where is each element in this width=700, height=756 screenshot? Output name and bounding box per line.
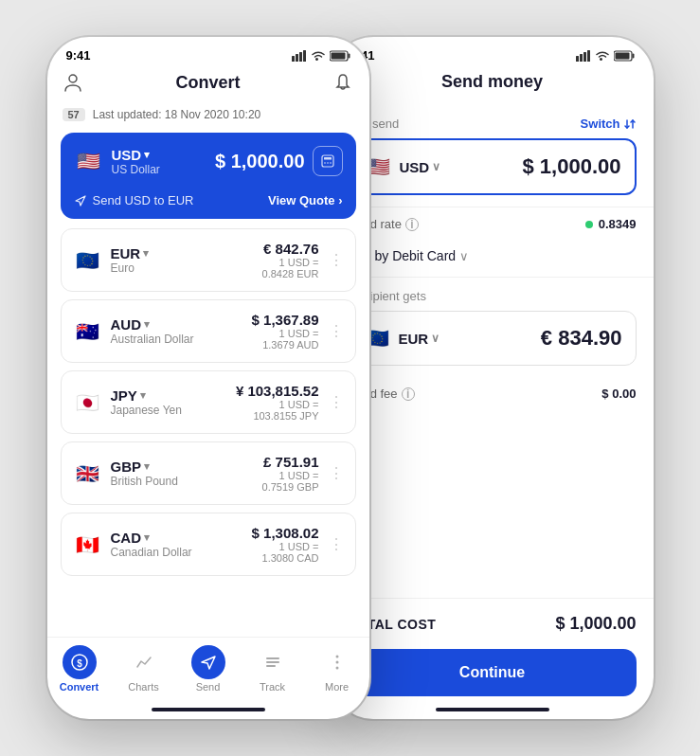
tab-send-label: Send	[196, 681, 221, 693]
send-rate-value: 0.8349	[585, 217, 637, 231]
nav-title-1: Convert	[175, 73, 240, 93]
tab-more[interactable]: More	[309, 645, 366, 693]
aud-code[interactable]: AUD ▾	[111, 316, 194, 333]
jpy-rate: 1 USD =103.8155 JPY	[236, 399, 319, 422]
cad-name: Canadian Dollar	[111, 546, 192, 559]
signal-icon-2	[576, 50, 591, 62]
svg-rect-17	[266, 665, 276, 667]
active-currency-card[interactable]: 🇺🇸 USD ▾ US Dollar $ 1,000.00	[61, 133, 356, 219]
switch-btn[interactable]: Switch	[581, 117, 637, 131]
eur-amount: € 842.76	[262, 241, 319, 257]
gbp-menu-icon[interactable]: ⋮	[329, 464, 344, 482]
send-icon	[74, 194, 87, 207]
send-icon-wrap	[191, 645, 225, 679]
tab-more-label: More	[325, 681, 349, 693]
pay-method-chevron: ∨	[459, 249, 469, 263]
you-send-section: You send Switch 🇺🇸 USD	[332, 105, 654, 207]
currency-item-cad[interactable]: 🇨🇦 CAD ▾ Canadian Dollar $ 1,308.02 1 US…	[61, 513, 356, 576]
update-text: Last updated: 18 Nov 2020 10:20	[93, 108, 260, 121]
user-icon[interactable]	[63, 72, 83, 93]
currency-item-jpy[interactable]: 🇯🇵 JPY ▾ Japanese Yen ¥ 103,815.52 1 USD…	[61, 370, 356, 434]
aud-menu-icon[interactable]: ⋮	[329, 322, 344, 340]
track-icon	[263, 653, 282, 672]
track-icon-wrap	[256, 645, 290, 679]
battery-icon-2	[614, 50, 635, 62]
svg-rect-9	[324, 157, 332, 160]
tab-convert-label: Convert	[60, 681, 99, 693]
svg-point-12	[330, 162, 332, 164]
eur-menu-icon[interactable]: ⋮	[329, 251, 344, 269]
view-quote-btn[interactable]: View Quote ›	[268, 193, 343, 207]
svg-rect-1	[296, 54, 298, 62]
eur-code[interactable]: EUR ▾	[111, 245, 150, 261]
currency-item-eur[interactable]: 🇪🇺 EUR ▾ Euro € 842.76 1 USD =0.8428 EUR	[61, 228, 356, 292]
phone-convert: 9:41	[47, 37, 369, 719]
send-tab-icon	[199, 653, 218, 672]
bell-icon[interactable]	[332, 72, 353, 93]
continue-button[interactable]: Continue	[349, 649, 637, 696]
charts-icon	[135, 653, 153, 672]
you-send-code[interactable]: USD ∨	[400, 159, 441, 175]
svg-point-18	[335, 656, 338, 658]
more-icon-wrap	[320, 645, 354, 679]
svg-rect-21	[576, 56, 579, 62]
jpy-code[interactable]: JPY ▾	[111, 387, 182, 404]
svg-point-19	[335, 661, 338, 664]
tab-charts[interactable]: Charts	[116, 645, 172, 693]
jpy-amount: ¥ 103,815.52	[236, 383, 319, 399]
svg-rect-15	[266, 657, 279, 659]
pay-method-row[interactable]: Pay by Debit Card ∨	[332, 241, 654, 277]
jpy-name: Japanese Yen	[111, 404, 182, 417]
send-fee-value: $ 0.00	[601, 387, 636, 401]
svg-rect-6	[331, 52, 345, 59]
gbp-code[interactable]: GBP ▾	[111, 459, 178, 475]
svg-point-10	[324, 162, 326, 164]
total-cost-value: $ 1,000.00	[555, 614, 636, 634]
svg-rect-2	[299, 52, 302, 62]
currency-item-gbp[interactable]: 🇬🇧 GBP ▾ British Pound £ 751.91 1 USD =0…	[61, 441, 356, 505]
pay-method-label[interactable]: Pay by Debit Card ∨	[349, 248, 637, 263]
cad-rate: 1 USD =1.3080 CAD	[252, 541, 319, 564]
send-rate-row: Send rate i 0.8349	[332, 207, 654, 241]
tab-convert[interactable]: $ Convert	[51, 645, 108, 693]
cad-menu-icon[interactable]: ⋮	[329, 535, 344, 553]
tab-charts-label: Charts	[128, 681, 158, 693]
recipient-currency-selector[interactable]: 🇪🇺 EUR ∨	[363, 323, 440, 353]
status-icons-1	[292, 50, 350, 62]
svg-point-11	[327, 162, 329, 164]
signal-icon	[292, 50, 307, 62]
home-indicator-2	[436, 708, 549, 711]
you-send-box[interactable]: 🇺🇸 USD ∨ $ 1,000.00	[349, 138, 637, 195]
recipient-gets-box[interactable]: 🇪🇺 EUR ∨ € 834.90	[349, 311, 637, 366]
tab-track[interactable]: Track	[244, 645, 301, 693]
status-icons-2	[576, 50, 635, 62]
active-currency-amount: $ 1,000.00	[215, 151, 305, 172]
send-money-content: You send Switch 🇺🇸 USD	[332, 105, 654, 708]
svg-rect-8	[322, 155, 333, 167]
fee-info-icon[interactable]: i	[402, 387, 415, 401]
calculator-icon[interactable]	[313, 146, 343, 176]
gbp-name: British Pound	[111, 475, 178, 488]
tab-send[interactable]: Send	[180, 645, 237, 693]
more-icon	[328, 653, 347, 672]
nav-header-1: Convert	[47, 68, 369, 102]
you-send-currency-selector[interactable]: 🇺🇸 USD ∨	[364, 152, 441, 182]
aud-amount: $ 1,367.89	[252, 312, 319, 328]
total-cost-section: TOTAL COST $ 1,000.00	[332, 598, 654, 649]
recipient-code[interactable]: EUR ∨	[399, 331, 440, 347]
svg-rect-26	[632, 53, 634, 58]
convert-icon-wrap: $	[63, 645, 97, 679]
svg-rect-23	[583, 52, 586, 62]
tab-track-label: Track	[260, 681, 285, 693]
rate-info-icon[interactable]: i	[405, 218, 419, 231]
currency-item-aud[interactable]: 🇦🇺 AUD ▾ Australian Dollar $ 1,367.89 1 …	[61, 299, 356, 363]
eur-name: Euro	[111, 261, 150, 275]
jpy-menu-icon[interactable]: ⋮	[329, 393, 344, 411]
cad-code[interactable]: CAD ▾	[111, 530, 192, 546]
wifi-icon-2	[595, 50, 610, 62]
cad-flag: 🇨🇦	[73, 530, 103, 560]
send-btn-row[interactable]: Send USD to EUR View Quote ›	[74, 182, 343, 219]
active-currency-code[interactable]: USD ▾	[112, 147, 160, 163]
usd-flag: 🇺🇸	[74, 146, 104, 176]
you-send-amount: $ 1,000.00	[523, 154, 621, 179]
